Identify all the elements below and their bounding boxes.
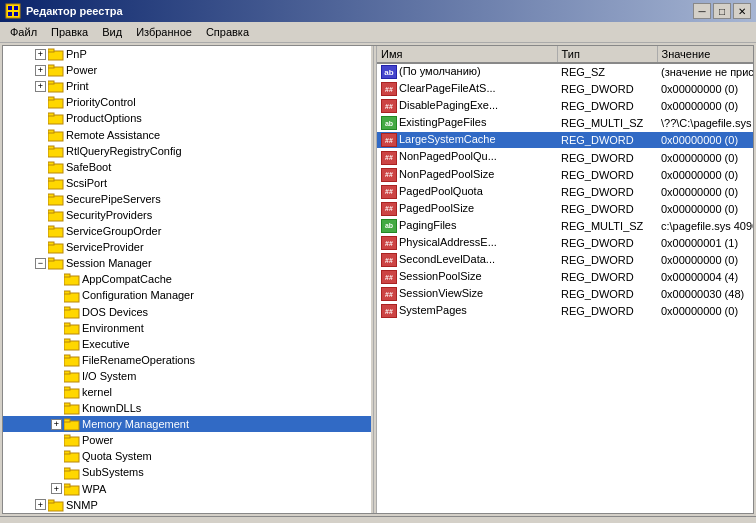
reg-name: ExistingPageFiles [399,116,486,128]
collapse-icon[interactable]: − [35,258,46,269]
table-row[interactable]: abPagingFilesREG_MULTI_SZc:\pagefile.sys… [377,217,753,234]
reg-name: PagedPoolSize [399,202,474,214]
close-button[interactable]: ✕ [733,3,751,19]
tree-node-label: ServiceProvider [66,241,144,253]
reg-value-cell: 0x00000000 (0) [657,98,753,115]
expand-icon[interactable]: + [51,419,62,430]
tree-node-prioritycontrol[interactable]: PriorityControl [3,94,371,110]
tree-node-knowndlls[interactable]: KnownDLLs [3,400,371,416]
tree-node-kernel[interactable]: kernel [3,384,371,400]
table-row[interactable]: ##NonPagedPoolQu...REG_DWORD0x00000000 (… [377,149,753,166]
table-row[interactable]: ab(По умолчанию)REG_SZ(значение не присв… [377,63,753,81]
tree-node-iosystem[interactable]: I/O System [3,368,371,384]
table-row[interactable]: ##SecondLevelData...REG_DWORD0x00000000 … [377,252,753,269]
tree-node-label: I/O System [82,370,136,382]
tree-node-snmp[interactable]: + SNMP [3,497,371,513]
reg-value-cell: c:\pagefile.sys 4096 4096 [657,217,753,234]
table-row[interactable]: ##PagedPoolSizeREG_DWORD0x00000000 (0) [377,200,753,217]
tree-scroll[interactable]: + PnP+ Power+ Print PriorityControl Prod… [3,46,371,513]
folder-icon [48,224,66,238]
expand-icon[interactable]: + [35,65,46,76]
reg-value-cell: 0x00000000 (0) [657,132,753,149]
tree-node-label: ProductOptions [66,112,142,124]
tree-node-securityproviders[interactable]: SecurityProviders [3,207,371,223]
registry-table: Имя Тип Значение ab(По умолчанию)REG_SZ(… [377,46,753,320]
tree-node-scsiport[interactable]: ScsiPort [3,175,371,191]
reg-type-cell: REG_MULTI_SZ [557,217,657,234]
menu-help[interactable]: Справка [200,24,255,40]
reg-name-cell: abExistingPageFiles [377,115,557,132]
table-row[interactable]: ##SessionViewSizeREG_DWORD0x00000030 (48… [377,286,753,303]
dword-icon: ## [381,133,397,147]
tree-node-configurationmanager[interactable]: Configuration Manager [3,287,371,303]
maximize-button[interactable]: □ [713,3,731,19]
tree-node-pnp[interactable]: + PnP [3,46,371,62]
table-row[interactable]: ##SessionPoolSizeREG_DWORD0x00000004 (4) [377,269,753,286]
sz-icon: ab [381,65,397,79]
tree-node-subsystems[interactable]: SubSystems [3,464,371,480]
table-row[interactable]: ##NonPagedPoolSizeREG_DWORD0x00000000 (0… [377,166,753,183]
table-row[interactable]: abExistingPageFilesREG_MULTI_SZ\??\C:\pa… [377,115,753,132]
reg-name: SessionViewSize [399,287,483,299]
tree-node-print[interactable]: + Print [3,78,371,94]
reg-name-cell: ##PagedPoolSize [377,200,557,217]
tree-node-memorymanagement[interactable]: + Memory Management [3,416,371,432]
folder-icon [48,111,66,125]
tree-node-dosdevices[interactable]: DOS Devices [3,304,371,320]
expand-icon[interactable]: + [51,483,62,494]
tree-node-remoteassistance[interactable]: Remote Assistance [3,126,371,142]
folder-icon [64,385,82,399]
table-row[interactable]: ##PhysicalAddressE...REG_DWORD0x00000001… [377,234,753,251]
tree-node-filerenameoperations[interactable]: FileRenameOperations [3,352,371,368]
tree-node-label: PnP [66,48,87,60]
svg-rect-3 [8,12,12,16]
reg-name-cell: ##SystemPages [377,303,557,320]
reg-name: PagingFiles [399,219,456,231]
tree-node-safeboot[interactable]: SafeBoot [3,159,371,175]
tree-node-quotasystem[interactable]: Quota System [3,448,371,464]
menu-file[interactable]: Файл [4,24,43,40]
tree-node-label: Environment [82,322,144,334]
tree-node-appcompatcache[interactable]: AppCompatCache [3,271,371,287]
svg-rect-24 [48,194,54,197]
folder-icon [48,176,66,190]
tree-node-securepipeservers[interactable]: SecurePipeServers [3,191,371,207]
expand-icon[interactable]: + [35,499,46,510]
reg-name-cell: ##PagedPoolQuota [377,183,557,200]
svg-rect-38 [64,307,70,310]
col-header-value: Значение [657,46,753,63]
reg-name: ClearPageFileAtS... [399,82,496,94]
menu-favorites[interactable]: Избранное [130,24,198,40]
menu-edit[interactable]: Правка [45,24,94,40]
tree-node-power[interactable]: + Power [3,62,371,78]
tree-node-serviceprovider[interactable]: ServiceProvider [3,239,371,255]
table-row[interactable]: ##PagedPoolQuotaREG_DWORD0x00000000 (0) [377,183,753,200]
expand-icon[interactable]: + [35,49,46,60]
dword-icon: ## [381,304,397,318]
tree-node-wpa[interactable]: + WPA [3,481,371,497]
menu-view[interactable]: Вид [96,24,128,40]
minimize-button[interactable]: ─ [693,3,711,19]
tree-node-sessionmanager[interactable]: − Session Manager [3,255,371,271]
window: Редактор реестра ─ □ ✕ Файл Правка Вид И… [0,0,756,523]
reg-value-cell: 0x00000000 (0) [657,303,753,320]
col-header-name: Имя [377,46,557,63]
reg-type-cell: REG_DWORD [557,286,657,303]
tree-node-productoptions[interactable]: ProductOptions [3,110,371,126]
tree-node-servicegrouporder[interactable]: ServiceGroupOrder [3,223,371,239]
table-row[interactable]: ##LargeSystemCacheREG_DWORD0x00000000 (0… [377,132,753,149]
tree-node-rtlqueryregistryconfig[interactable]: RtlQueryRegistryConfig [3,143,371,159]
reg-type-cell: REG_DWORD [557,234,657,251]
table-row[interactable]: ##SystemPagesREG_DWORD0x00000000 (0) [377,303,753,320]
reg-type-cell: REG_MULTI_SZ [557,115,657,132]
reg-value-cell: 0x00000004 (4) [657,269,753,286]
svg-rect-36 [64,291,70,294]
svg-rect-44 [64,355,70,358]
tree-node-environment[interactable]: Environment [3,320,371,336]
expand-icon[interactable]: + [35,81,46,92]
table-row[interactable]: ##ClearPageFileAtS...REG_DWORD0x00000000… [377,81,753,98]
reg-name: PagedPoolQuota [399,185,483,197]
table-row[interactable]: ##DisablePagingExe...REG_DWORD0x00000000… [377,98,753,115]
tree-node-power2[interactable]: Power [3,432,371,448]
tree-node-executive[interactable]: Executive [3,336,371,352]
